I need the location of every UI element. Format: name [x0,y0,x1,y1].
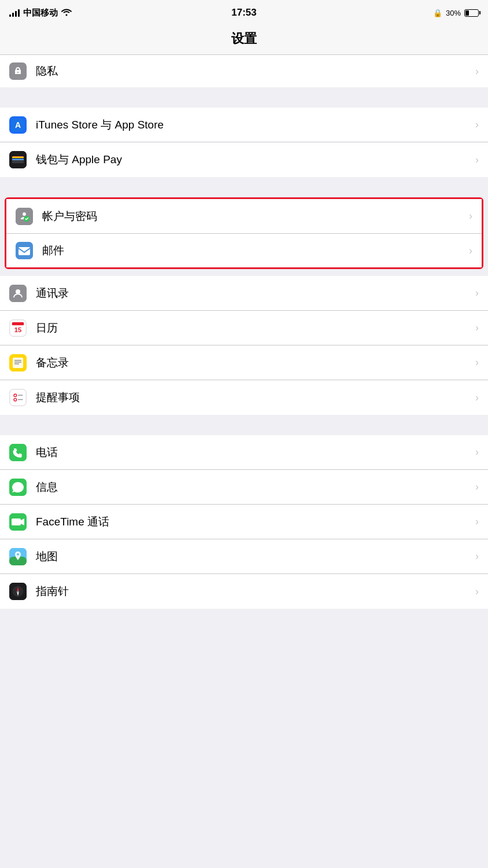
reminders-chevron: › [475,392,479,404]
svg-rect-22 [14,362,21,363]
messages-icon [9,479,27,496]
lock-icon: 🔒 [433,9,442,17]
status-left: 中国移动 [9,8,72,19]
svg-rect-16 [12,322,24,325]
settings-item-accounts[interactable]: 帐户与密码 › [6,199,482,234]
svg-rect-27 [18,395,23,395]
settings-list: 隐私 › A iTunes Store 与 App Store › [0,55,488,609]
svg-rect-24 [10,389,26,406]
svg-rect-29 [9,444,27,461]
status-time: 17:53 [231,7,256,19]
spacer-3 [0,269,488,276]
contacts-icon [9,285,27,302]
svg-rect-20 [13,358,23,368]
wallet-icon [9,151,27,168]
settings-item-compass[interactable]: 指南针 › [0,574,488,609]
accounts-chevron: › [469,210,472,222]
svg-rect-5 [12,157,24,158]
phone-icon [9,444,27,461]
notes-icon [9,354,27,372]
settings-item-notes[interactable]: 备忘录 › [0,345,488,380]
mail-chevron: › [469,245,472,257]
contacts-chevron: › [475,287,479,299]
itunes-icon: A [9,116,27,134]
reminders-label: 提醒事项 [36,390,475,405]
privacy-icon [9,62,27,80]
contacts-label: 通讯录 [36,286,475,301]
privacy-chevron: › [475,65,479,78]
privacy-label: 隐私 [36,64,475,79]
facetime-icon [9,513,27,531]
settings-item-itunes[interactable]: A iTunes Store 与 App Store › [0,108,488,142]
settings-item-contacts[interactable]: 通讯录 › [0,276,488,311]
facetime-label: FaceTime 通话 [36,514,475,529]
settings-item-wallet[interactable]: 钱包与 Apple Pay › [0,142,488,177]
status-right: 🔒 30% [433,9,479,17]
messages-chevron: › [475,481,479,493]
maps-label: 地图 [36,549,475,564]
page-title-bar: 设置 [0,25,488,55]
spacer-2 [0,177,488,197]
settings-item-maps[interactable]: 地图 › [0,539,488,574]
itunes-label: iTunes Store 与 App Store [36,117,475,133]
messages-label: 信息 [36,480,475,495]
battery-icon [464,9,479,17]
highlighted-group: 帐户与密码 › 邮件 › [5,197,483,269]
group-store: A iTunes Store 与 App Store › 钱包与 Apple P… [0,108,488,177]
settings-item-mail[interactable]: 邮件 › [6,234,482,267]
settings-item-facetime[interactable]: FaceTime 通话 › [0,505,488,539]
wallet-label: 钱包与 Apple Pay [36,152,475,167]
battery-percent: 30% [446,9,461,17]
calendar-icon: 15 [9,319,27,337]
svg-text:A: A [15,120,21,130]
settings-item-messages[interactable]: 信息 › [0,470,488,505]
group-privacy: 隐私 › [0,55,488,87]
svg-point-41 [17,591,19,593]
settings-item-reminders[interactable]: 提醒事项 › [0,380,488,415]
group-productivity: 通讯录 › 15 日历 › [0,276,488,415]
svg-point-14 [16,289,20,294]
reminders-icon [9,389,27,406]
mail-label: 邮件 [42,243,469,258]
svg-rect-21 [14,360,21,361]
calendar-label: 日历 [36,321,475,336]
signal-icon [9,9,20,17]
svg-rect-7 [12,159,24,160]
svg-rect-28 [18,399,23,400]
phone-label: 电话 [36,445,475,460]
accounts-icon [16,208,33,225]
settings-item-privacy[interactable]: 隐私 › [0,55,488,87]
phone-chevron: › [475,446,479,458]
svg-rect-32 [12,518,21,525]
svg-rect-23 [14,363,19,365]
compass-chevron: › [475,586,479,598]
maps-chevron: › [475,550,479,562]
spacer-4 [0,415,488,435]
notes-chevron: › [475,356,479,369]
facetime-chevron: › [475,516,479,528]
wallet-chevron: › [475,154,479,166]
carrier-label: 中国移动 [23,8,58,19]
svg-text:15: 15 [14,326,21,333]
group-communication: 电话 › 信息 › FaceTime 通话 › [0,435,488,609]
spacer-1 [0,87,488,108]
svg-rect-12 [19,247,30,255]
maps-icon [9,548,27,565]
svg-rect-9 [16,208,33,225]
mail-icon [16,242,33,259]
status-bar: 中国移动 17:53 🔒 30% [0,0,488,25]
settings-item-phone[interactable]: 电话 › [0,435,488,470]
itunes-chevron: › [475,119,479,131]
compass-label: 指南针 [36,584,475,599]
page-title: 设置 [231,31,257,46]
calendar-chevron: › [475,322,479,334]
settings-item-calendar[interactable]: 15 日历 › [0,311,488,345]
accounts-label: 帐户与密码 [42,209,469,224]
svg-rect-8 [12,160,24,163]
notes-label: 备忘录 [36,355,475,370]
wifi-icon [61,8,72,18]
compass-icon [9,583,27,600]
